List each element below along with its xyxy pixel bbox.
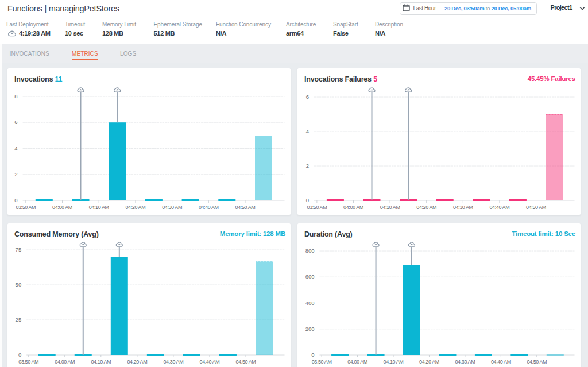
svg-text:04:20 AM: 04:20 AM xyxy=(416,204,436,210)
svg-text:03:50 AM: 03:50 AM xyxy=(18,359,38,365)
svg-text:04:20 AM: 04:20 AM xyxy=(127,359,147,365)
svg-text:04:30 AM: 04:30 AM xyxy=(455,359,475,365)
svg-text:4: 4 xyxy=(306,128,309,134)
svg-text:50: 50 xyxy=(16,281,22,288)
svg-text:04:50 AM: 04:50 AM xyxy=(526,204,546,210)
svg-text:0: 0 xyxy=(311,351,314,358)
svg-text:04:00 AM: 04:00 AM xyxy=(343,204,363,210)
svg-text:800: 800 xyxy=(305,248,315,254)
svg-text:04:00 AM: 04:00 AM xyxy=(52,204,72,210)
svg-text:6: 6 xyxy=(306,94,309,100)
svg-text:8: 8 xyxy=(14,93,17,99)
svg-text:04:30 AM: 04:30 AM xyxy=(163,359,183,365)
svg-text:03:50 AM: 03:50 AM xyxy=(312,359,332,365)
svg-text:04:40 AM: 04:40 AM xyxy=(491,359,511,365)
svg-text:04:10 AM: 04:10 AM xyxy=(380,204,400,210)
svg-text:03:50 AM: 03:50 AM xyxy=(307,204,327,210)
svg-text:6: 6 xyxy=(14,119,17,125)
svg-text:04:20 AM: 04:20 AM xyxy=(125,204,145,210)
svg-text:04:50 AM: 04:50 AM xyxy=(236,359,256,365)
svg-text:0: 0 xyxy=(18,351,21,358)
svg-text:600: 600 xyxy=(305,273,315,280)
svg-text:04:10 AM: 04:10 AM xyxy=(89,204,109,210)
svg-text:04:30 AM: 04:30 AM xyxy=(453,204,473,210)
svg-text:04:30 AM: 04:30 AM xyxy=(162,204,182,210)
svg-text:04:50 AM: 04:50 AM xyxy=(527,359,547,365)
svg-text:200: 200 xyxy=(305,326,315,332)
svg-text:0: 0 xyxy=(306,197,309,203)
svg-text:04:10 AM: 04:10 AM xyxy=(384,359,404,365)
svg-text:03:50 AM: 03:50 AM xyxy=(16,204,36,210)
svg-text:04:40 AM: 04:40 AM xyxy=(200,359,220,365)
svg-text:04:40 AM: 04:40 AM xyxy=(489,204,509,210)
svg-text:400: 400 xyxy=(305,300,315,306)
svg-text:04:40 AM: 04:40 AM xyxy=(199,204,219,210)
svg-text:04:20 AM: 04:20 AM xyxy=(419,359,439,365)
svg-text:4: 4 xyxy=(14,145,17,152)
svg-text:04:00 AM: 04:00 AM xyxy=(347,359,368,365)
svg-text:75: 75 xyxy=(16,246,22,253)
svg-text:0: 0 xyxy=(14,197,17,203)
svg-text:2: 2 xyxy=(14,171,17,177)
svg-text:25: 25 xyxy=(16,316,22,323)
svg-text:04:50 AM: 04:50 AM xyxy=(235,204,256,210)
svg-text:04:00 AM: 04:00 AM xyxy=(55,359,75,365)
svg-text:2: 2 xyxy=(306,163,309,169)
svg-text:04:10 AM: 04:10 AM xyxy=(91,359,111,365)
